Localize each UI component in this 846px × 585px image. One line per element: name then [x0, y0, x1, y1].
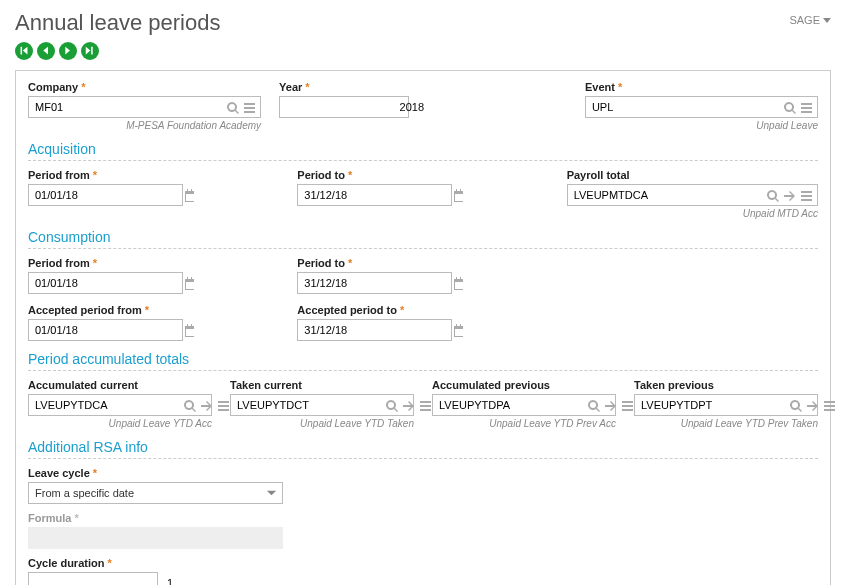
- acq-from-label: Period from*: [28, 169, 279, 181]
- acq-from-input[interactable]: [29, 185, 179, 205]
- acc-prev-hint: Unpaid Leave YTD Prev Acc: [432, 418, 616, 429]
- taken-prev-input[interactable]: [635, 395, 785, 415]
- list-icon[interactable]: [823, 399, 836, 412]
- list-icon[interactable]: [800, 189, 813, 202]
- brand-label: SAGE: [789, 14, 820, 26]
- chevron-down-icon: [823, 18, 831, 23]
- year-input[interactable]: [280, 97, 430, 117]
- calendar-icon[interactable]: [452, 189, 465, 202]
- search-icon[interactable]: [789, 399, 802, 412]
- taken-current-input[interactable]: [231, 395, 381, 415]
- search-icon[interactable]: [587, 399, 600, 412]
- page-title: Annual leave periods: [15, 10, 220, 36]
- leave-cycle-value: From a specific date: [29, 487, 265, 499]
- list-icon[interactable]: [621, 399, 634, 412]
- taken-prev-hint: Unpaid Leave YTD Prev Taken: [634, 418, 818, 429]
- taken-current-label: Taken current: [230, 379, 414, 391]
- nav-last-button[interactable]: [81, 42, 99, 60]
- search-icon[interactable]: [183, 399, 196, 412]
- goto-icon[interactable]: [806, 399, 819, 412]
- acc-current-label: Accumulated current: [28, 379, 212, 391]
- taken-prev-label: Taken previous: [634, 379, 818, 391]
- search-icon[interactable]: [766, 189, 779, 202]
- leave-cycle-select[interactable]: From a specific date: [28, 482, 283, 504]
- year-label: Year*: [279, 81, 409, 93]
- nav-next-button[interactable]: [59, 42, 77, 60]
- cycle-duration-input[interactable]: [29, 573, 179, 585]
- acc-prev-input[interactable]: [433, 395, 583, 415]
- event-hint: Unpaid Leave: [585, 120, 818, 131]
- goto-icon[interactable]: [783, 189, 796, 202]
- nav-prev-button[interactable]: [37, 42, 55, 60]
- con-from-input[interactable]: [29, 273, 179, 293]
- section-acquisition: Acquisition: [28, 141, 818, 161]
- event-label: Event*: [585, 81, 818, 93]
- list-icon[interactable]: [243, 101, 256, 114]
- goto-icon[interactable]: [402, 399, 415, 412]
- section-rsa: Additional RSA info: [28, 439, 818, 459]
- acc-from-label: Accepted period from*: [28, 304, 279, 316]
- con-to-input[interactable]: [298, 273, 448, 293]
- event-input[interactable]: [586, 97, 779, 117]
- acc-to-input[interactable]: [298, 320, 448, 340]
- calendar-icon[interactable]: [183, 189, 196, 202]
- payroll-total-hint: Unpaid MTD Acc: [567, 208, 818, 219]
- company-hint: M-PESA Foundation Academy: [28, 120, 261, 131]
- goto-icon[interactable]: [200, 399, 213, 412]
- chevron-down-icon: [265, 487, 278, 500]
- list-icon[interactable]: [800, 101, 813, 114]
- leave-cycle-label: Leave cycle*: [28, 467, 818, 479]
- calendar-icon[interactable]: [183, 324, 196, 337]
- section-consumption: Consumption: [28, 229, 818, 249]
- section-totals: Period accumulated totals: [28, 351, 818, 371]
- taken-current-hint: Unpaid Leave YTD Taken: [230, 418, 414, 429]
- company-label: Company*: [28, 81, 261, 93]
- acc-from-input[interactable]: [29, 320, 179, 340]
- calendar-icon[interactable]: [452, 277, 465, 290]
- search-icon[interactable]: [385, 399, 398, 412]
- list-icon[interactable]: [217, 399, 230, 412]
- acq-to-input[interactable]: [298, 185, 448, 205]
- payroll-total-input[interactable]: [568, 185, 762, 205]
- formula-input: [28, 527, 283, 549]
- acq-to-label: Period to*: [297, 169, 548, 181]
- payroll-total-label: Payroll total: [567, 169, 818, 181]
- nav-first-button[interactable]: [15, 42, 33, 60]
- calendar-icon[interactable]: [452, 324, 465, 337]
- con-from-label: Period from*: [28, 257, 279, 269]
- formula-label: Formula*: [28, 512, 818, 524]
- calendar-icon[interactable]: [183, 277, 196, 290]
- brand-dropdown[interactable]: SAGE: [789, 10, 831, 26]
- search-icon[interactable]: [783, 101, 796, 114]
- company-input[interactable]: [29, 97, 222, 117]
- acc-current-hint: Unpaid Leave YTD Acc: [28, 418, 212, 429]
- cycle-duration-label: Cycle duration*: [28, 557, 818, 569]
- acc-to-label: Accepted period to*: [297, 304, 548, 316]
- acc-current-input[interactable]: [29, 395, 179, 415]
- acc-prev-label: Accumulated previous: [432, 379, 616, 391]
- goto-icon[interactable]: [604, 399, 617, 412]
- search-icon[interactable]: [226, 101, 239, 114]
- con-to-label: Period to*: [297, 257, 548, 269]
- list-icon[interactable]: [419, 399, 432, 412]
